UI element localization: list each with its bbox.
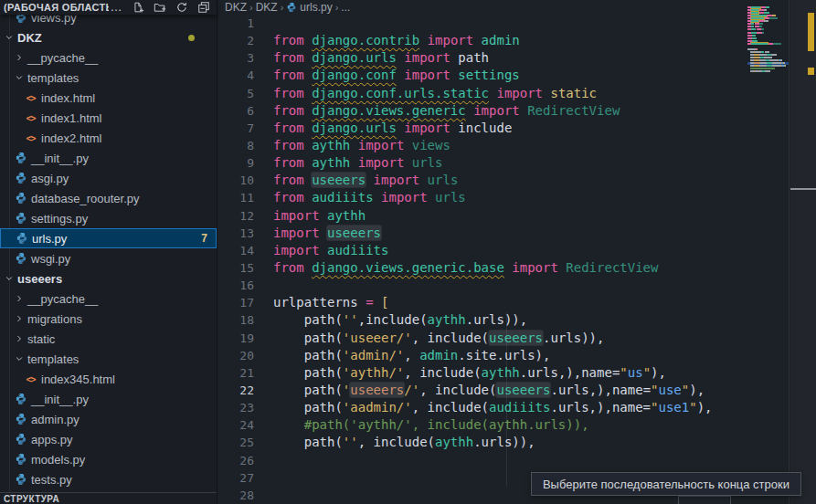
tree-item-__init__.py[interactable]: __init__.py [0,148,217,168]
minimap-line [762,32,765,34]
eol-tooltip: Выберите последовательность конца строки [531,472,801,496]
tree-item-templates[interactable]: templates [0,68,217,88]
chevron-right-icon [14,313,25,324]
chevron-down-icon [4,273,15,284]
code-line-6[interactable]: 6from django.views.generic import Redire… [217,102,747,120]
tree-item-views.py[interactable]: views.py [0,15,217,27]
tree-item-admin.py[interactable]: admin.py [0,409,217,429]
tree-item-urls.py[interactable]: urls.py7 [0,228,217,248]
code-line-16[interactable]: 16 [217,277,747,294]
code-text: path('admin/', admin.site.urls), [273,347,550,364]
breadcrumb-item-DKZ[interactable]: DKZ [256,1,278,14]
code-line-3[interactable]: 3from django.urls import path [217,49,747,67]
tree-item-label: __init__.py [31,393,89,406]
minimap-line [752,37,757,39]
tree-item-label: tests.py [31,473,72,487]
code-line-22[interactable]: 22 path('useeers/', include(useeers.urls… [217,382,747,399]
code-line-1[interactable]: 1 [217,15,747,32]
code-line-21[interactable]: 21 path('aythh/', include(aythh.urls,),n… [217,364,747,382]
tree-item-__pycache__[interactable]: __pycache__ [0,47,217,68]
collapse-folders-icon[interactable] [196,0,211,15]
overview-ruler[interactable] [790,0,816,504]
tree-item-models.py[interactable]: models.py [0,449,217,469]
code-text: import useeers [273,225,381,242]
code-line-24[interactable]: 24 #path('aythh/', include(aythh.urls)), [217,416,747,434]
tree-item-wsgi.py[interactable]: wsgi.py [0,248,217,268]
code-line-7[interactable]: 7from django.urls import include [217,120,747,137]
minimap-line [751,23,755,25]
tree-item-useeers[interactable]: useeers [0,268,217,289]
code-line-9[interactable]: 9from aythh import urls [217,154,747,172]
tree-item-migrations[interactable]: migrations [0,309,217,329]
code-line-5[interactable]: 5from django.conf.urls.static import sta… [217,85,747,102]
statusbar-hover-target[interactable] [678,496,731,504]
new-folder-icon[interactable] [153,0,167,15]
tree-item-__pycache__[interactable]: __pycache__ [0,289,217,309]
breadcrumb-item-DKZ[interactable]: DKZ [225,1,247,14]
code-text: path('',include(aythh.urls)), [273,311,527,329]
python-file-icon [14,172,27,185]
code-line-23[interactable]: 23 path('aadmin/', include(audiiits.urls… [217,399,747,416]
minimap-line [755,51,761,53]
code-area: 12from django.contrib import admin3from … [217,15,747,504]
more-actions-icon[interactable]: … [109,0,123,15]
breadcrumb-label: DKZ [256,1,278,14]
minimap[interactable] [747,0,789,219]
tree-item-settings.py[interactable]: settings.py [0,208,217,228]
breadcrumb-item-urls.py[interactable]: urls.py [286,1,332,14]
line-number: 21 [217,364,254,382]
minimap-line [754,54,760,56]
code-line-4[interactable]: 4from django.conf import settings [217,67,747,84]
tree-item-apps.py[interactable]: apps.py [0,429,217,449]
tree-item-templates[interactable]: templates [0,349,217,369]
code-line-26[interactable]: 26 [217,452,747,469]
tree-item-database_roouter.py[interactable]: database_roouter.py [0,188,217,208]
html-file-icon: <> [24,373,37,386]
code-line-17[interactable]: 17urlpatterns = [ [217,294,747,311]
code-line-10[interactable]: 10from useeers import urls [217,172,747,189]
tree-item-static[interactable]: static [0,329,217,349]
minimap-line [761,28,764,30]
tree-item-tests.py[interactable]: tests.py [0,469,217,489]
code-line-8[interactable]: 8from aythh import views [217,137,747,154]
code-line-2[interactable]: 2from django.contrib import admin [217,32,747,49]
code-text: from django.urls import include [273,120,512,137]
line-number: 14 [217,242,254,259]
tree-item-index.html[interactable]: <>index.html [0,88,217,108]
python-icon [286,2,297,13]
breadcrumb-item-...[interactable]: ... [341,1,350,14]
code-line-12[interactable]: 12import aythh [217,207,747,225]
line-number: 11 [217,189,254,206]
line-number: 28 [217,487,254,504]
workspace-section-header[interactable]: (РАБОЧАЯ ОБЛАСТЬ) ... … [0,0,217,15]
tree-item-__init__.py[interactable]: __init__.py [0,389,217,409]
tree-item-asgi.py[interactable]: asgi.py [0,168,217,188]
explorer-sidebar: (РАБОЧАЯ ОБЛАСТЬ) ... … views.pyDKZ__pyc… [0,0,217,504]
refresh-explorer-icon[interactable] [175,0,189,15]
outline-section-header[interactable]: СТРУКТУРА [0,492,217,504]
minimap-line [765,70,770,72]
code-text: import aythh [273,207,366,225]
code-line-19[interactable]: 19 path('useeer/', include(useeers.urls)… [217,330,747,347]
tree-item-index2.html[interactable]: <>index2.html [0,128,217,148]
code-line-13[interactable]: 13import useeers [217,225,747,242]
tree-item-index345.html[interactable]: <>index345.html [0,369,217,389]
code-line-15[interactable]: 15from django.views.generic.base import … [217,259,747,277]
minimap-line [751,32,757,34]
code-text: path('useeers/', include(useeers.urls,),… [273,382,705,399]
breadcrumb-label: ... [341,1,350,14]
tree-item-label: models.py [31,453,85,467]
code-text: path('aythh/', include(aythh.urls,),name… [273,364,666,382]
line-number: 25 [217,434,254,451]
code-line-11[interactable]: 11from audiiits import urls [217,189,747,206]
vscode-window: (РАБОЧАЯ ОБЛАСТЬ) ... … views.pyDKZ__pyc… [0,0,816,504]
chevron-down-icon [4,32,15,43]
code-line-20[interactable]: 20 path('admin/', admin.site.urls), [217,347,747,364]
code-line-14[interactable]: 14import audiiits [217,242,747,259]
new-file-icon[interactable] [131,0,145,15]
tree-item-index1.html[interactable]: <>index1.html [0,108,217,128]
tree-item-DKZ[interactable]: DKZ [0,27,217,47]
code-text: from django.contrib import admin [273,32,520,49]
code-line-25[interactable]: 25 path('', include(aythh.urls)), [217,434,747,451]
code-line-18[interactable]: 18 path('',include(aythh.urls)), [217,311,747,329]
